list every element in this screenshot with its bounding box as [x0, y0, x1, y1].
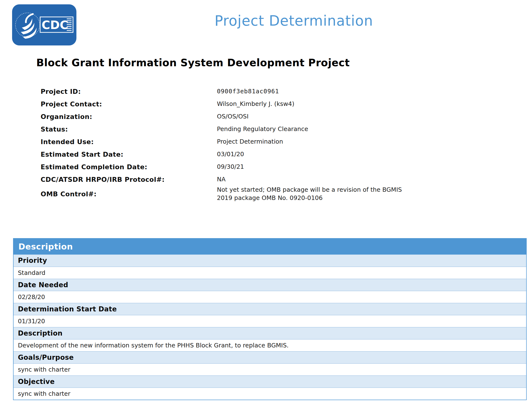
table-row-label: Description: [14, 327, 526, 339]
field-label: CDC/ATSDR HRPO/IRB Protocol#:: [41, 176, 217, 183]
field-row: CDC/ATSDR HRPO/IRB Protocol#: NA: [41, 173, 500, 186]
table-row-value: sync with charter: [14, 388, 526, 400]
table-row-value: 02/28/20: [14, 291, 526, 303]
table-row-label: Goals/Purpose: [14, 351, 526, 363]
field-row: Project Contact: Wilson_Kimberly J. (ksw…: [41, 98, 500, 110]
field-value: 0900f3eb81ac0961: [217, 87, 279, 95]
field-value: Pending Regulatory Clearance: [217, 125, 308, 133]
field-label: Project Contact:: [41, 100, 217, 108]
table-row-label: Objective: [14, 375, 526, 388]
description-section-header: Description: [14, 239, 526, 255]
field-label: Estimated Completion Date:: [41, 163, 217, 171]
table-row-value: 01/31/20: [14, 315, 526, 327]
table-row-label: Determination Start Date: [14, 303, 526, 315]
field-value: Project Determination: [217, 138, 283, 146]
table-row-label: Priority: [14, 255, 526, 267]
field-row: Organization: OS/OS/OSI: [41, 110, 500, 123]
field-row: Status: Pending Regulatory Clearance: [41, 123, 500, 135]
field-value: OS/OS/OSI: [217, 112, 249, 121]
description-section: Description Priority Standard Date Neede…: [13, 238, 527, 400]
table-row-value: Development of the new information syste…: [14, 339, 526, 351]
field-row: Estimated Start Date: 03/01/20: [41, 148, 500, 160]
project-fields: Project ID: 0900f3eb81ac0961 Project Con…: [41, 85, 500, 202]
field-label: Project ID:: [41, 88, 217, 95]
table-row-value: Standard: [14, 267, 526, 279]
field-row: Project ID: 0900f3eb81ac0961: [41, 85, 500, 98]
field-label: OMB Control#:: [41, 190, 217, 198]
table-row-value: sync with charter: [14, 363, 526, 375]
field-label: Status:: [41, 125, 217, 133]
field-value: NA: [217, 175, 226, 184]
field-label: Organization:: [41, 113, 217, 120]
field-value: Wilson_Kimberly J. (ksw4): [217, 100, 294, 108]
field-row: Estimated Completion Date: 09/30/21: [41, 160, 500, 173]
field-value: Not yet started; OMB package will be a r…: [217, 186, 410, 202]
field-label: Estimated Start Date:: [41, 151, 217, 158]
field-label: Intended Use:: [41, 138, 217, 146]
project-heading: Block Grant Information System Developme…: [36, 57, 350, 69]
field-value: 03/01/20: [217, 150, 244, 158]
field-row: Intended Use: Project Determination: [41, 135, 500, 148]
table-row-label: Date Needed: [14, 279, 526, 291]
field-value: 09/30/21: [217, 163, 244, 171]
page-title: Project Determination: [56, 13, 532, 29]
field-row: OMB Control#: Not yet started; OMB packa…: [41, 186, 500, 202]
